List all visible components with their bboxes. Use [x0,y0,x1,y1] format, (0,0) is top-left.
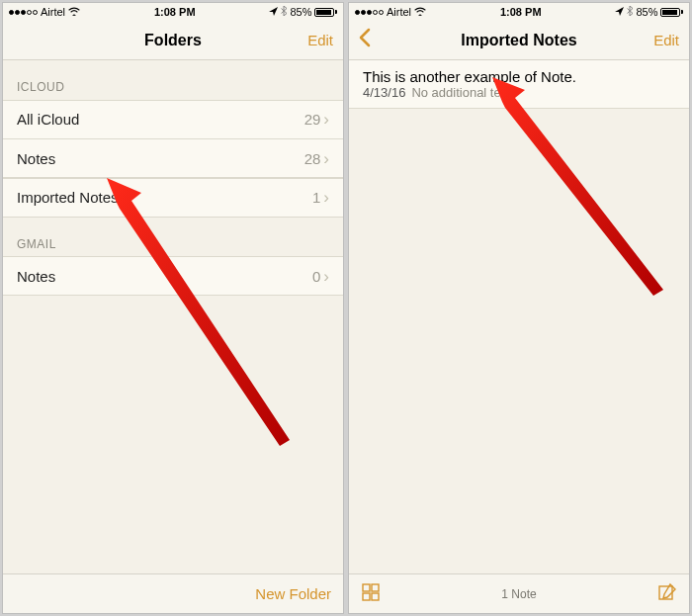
svg-rect-0 [363,584,370,591]
note-subtitle: 4/13/16No additional text [363,85,675,100]
chevron-right-icon: › [323,111,329,128]
chevron-left-icon [357,28,371,47]
svg-rect-2 [363,593,370,600]
status-left: Airtel [355,6,426,18]
edit-button[interactable]: Edit [307,32,333,48]
status-time: 1:08 PM [154,6,196,18]
back-button[interactable] [357,28,371,52]
location-icon [615,6,624,18]
folder-row-notes[interactable]: Notes 28 › [3,138,343,178]
status-right: 85% [615,6,683,18]
folder-row-imported-notes[interactable]: Imported Notes 1 › [3,178,343,218]
wifi-icon [414,6,426,18]
note-row[interactable]: This is another example of Note. 4/13/16… [349,60,689,109]
note-title: This is another example of Note. [363,68,675,85]
nav-title: Folders [144,32,202,49]
section-header-gmail: GMAIL [3,218,343,257]
status-right: 85% [269,6,337,18]
folders-screen: Airtel 1:08 PM 85% Folders Edit ICLOUD A… [2,2,344,614]
compose-button[interactable] [657,582,677,605]
bottom-toolbar: 1 Note [349,573,689,613]
battery-percent: 85% [290,6,311,18]
carrier-label: Airtel [41,6,65,18]
bluetooth-icon [627,6,633,18]
status-left: Airtel [9,6,80,18]
note-count-label: 1 Note [501,587,536,601]
nav-bar: Folders Edit [3,21,343,60]
edit-button[interactable]: Edit [653,32,679,48]
status-time: 1:08 PM [500,6,542,18]
battery-icon [314,8,337,17]
bluetooth-icon [281,6,287,18]
row-label: Imported Notes [17,189,312,206]
wifi-icon [68,6,80,18]
grid-icon [361,582,381,602]
status-bar: Airtel 1:08 PM 85% [349,3,689,21]
row-count: 29 [304,111,321,128]
note-preview: No additional text [411,85,510,100]
chevron-right-icon: › [323,150,329,167]
row-count: 0 [312,268,320,285]
row-count: 28 [304,150,321,167]
chevron-right-icon: › [323,268,329,285]
folder-row-gmail-notes[interactable]: Notes 0 › [3,256,343,296]
folder-row-all-icloud[interactable]: All iCloud 29 › [3,100,343,139]
battery-icon [660,8,683,17]
gallery-view-button[interactable] [361,582,381,606]
row-count: 1 [312,189,320,206]
status-bar: Airtel 1:08 PM 85% [3,3,343,21]
imported-notes-screen: Airtel 1:08 PM 85% Imported Notes Edit [348,2,690,614]
row-label: All iCloud [17,111,304,128]
section-header-icloud: ICLOUD [3,60,343,100]
location-icon [269,6,278,18]
svg-rect-3 [372,593,379,600]
note-date: 4/13/16 [363,85,405,100]
nav-bar: Imported Notes Edit [349,21,689,60]
compose-icon [657,582,677,602]
row-label: Notes [17,268,312,285]
battery-percent: 85% [636,6,657,18]
bottom-toolbar: New Folder [3,573,343,613]
svg-rect-1 [372,584,379,591]
signal-strength-icon [355,10,384,15]
new-folder-button[interactable]: New Folder [255,585,331,602]
row-label: Notes [17,150,304,167]
signal-strength-icon [9,10,38,15]
chevron-right-icon: › [323,189,329,206]
carrier-label: Airtel [387,6,411,18]
nav-title: Imported Notes [461,32,576,49]
notes-list: This is another example of Note. 4/13/16… [349,60,689,573]
folders-content: ICLOUD All iCloud 29 › Notes 28 › Import… [3,60,343,573]
